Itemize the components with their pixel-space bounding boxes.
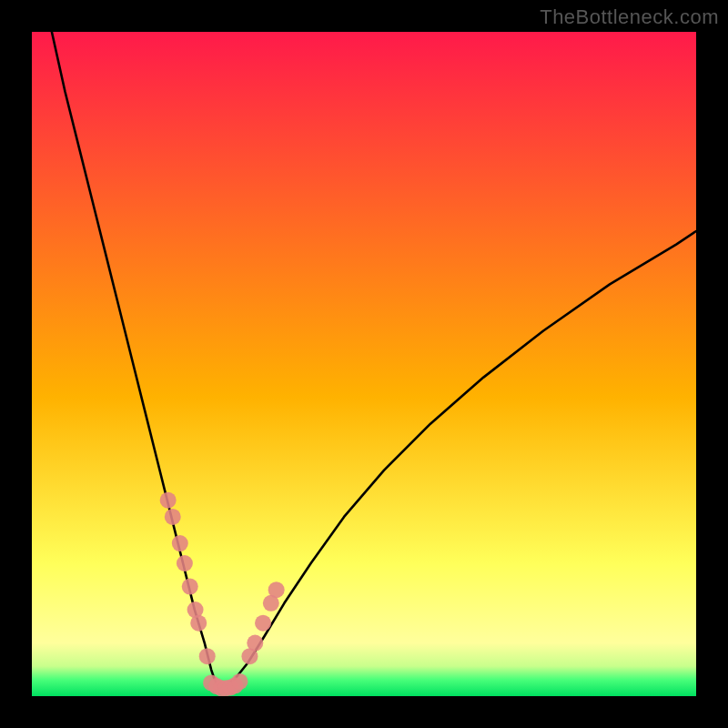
dot-left-dots [172,535,188,551]
plot-svg [32,32,696,696]
dot-left-dots [160,492,177,509]
chart-frame: TheBottleneck.com [0,0,728,728]
dot-left-dots [199,648,216,664]
dot-right-dots [255,615,271,632]
gradient-background [32,32,696,696]
dot-bottom-cluster [231,673,248,690]
watermark-text: TheBottleneck.com [540,5,719,29]
plot-area [32,32,696,696]
dot-left-dots [177,555,193,571]
dot-left-dots [182,579,198,595]
dot-left-dots [190,615,207,632]
dot-right-dots [268,581,285,598]
dot-left-dots [165,509,181,525]
dot-right-dots [247,635,263,652]
